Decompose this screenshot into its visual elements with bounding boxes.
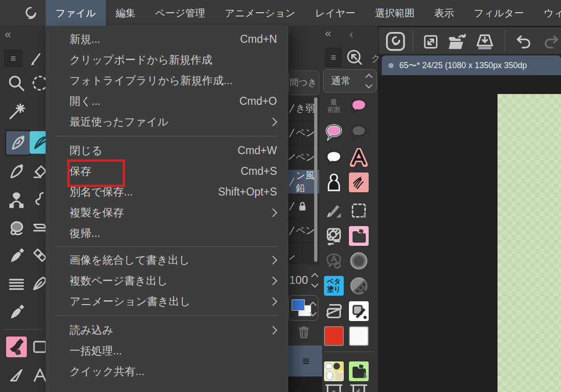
manga-page-thumbnail[interactable] [324,361,344,381]
collapse-panel-icon[interactable]: « [325,27,331,40]
stepper-icon[interactable] [312,274,317,287]
decoration-tool-selected[interactable] [6,337,27,357]
halftone-circle-tool[interactable] [349,276,369,296]
text-a-tool[interactable] [349,148,369,167]
fullscreen-icon[interactable] [422,33,440,51]
saturated-line-tool[interactable] [6,274,27,295]
bring-to-front-label[interactable]: 最 前面 [324,96,344,116]
document-tab[interactable]: 65〜* 24/25 (1080 x 1350px 350dp [382,55,561,75]
balloon-gray-tool[interactable] [349,122,369,141]
clip-studio-launcher-icon[interactable] [385,31,406,52]
object-tool-icon[interactable] [346,48,363,66]
opacity-control[interactable]: 100 [288,269,318,291]
submenu-chevron-icon [269,326,277,334]
menu-item-save[interactable]: 保存Cmd+S [46,161,288,181]
document-tab-bar: 65〜* 24/25 (1080 x 1350px 350dp [379,54,561,75]
menu-window[interactable]: ウィンドウ [534,0,561,26]
figure-silhouette-tool[interactable] [324,172,344,192]
menu-item-import[interactable]: 読み込み [46,320,288,340]
solid-fill-tool[interactable]: ベタ 塗り [324,276,344,296]
open-pink-folder-tool[interactable] [349,226,369,246]
menu-item-new-from-photo-library[interactable]: フォトライブラリから新規作成... [46,70,288,91]
tone-circle-tool[interactable] [349,251,369,271]
undo-icon[interactable] [513,32,533,52]
swatch-stepper-icon[interactable] [310,303,316,315]
main-color-swatch[interactable] [292,299,305,311]
document-title: 65〜* 24/25 (1080 x 1350px 350dp [399,60,527,71]
balloon-pink-tool[interactable] [349,96,369,116]
airbrush-tool[interactable] [6,302,27,323]
pen-tool-selected[interactable] [5,130,31,156]
dropdown-stepper-icon[interactable] [366,75,371,87]
menu-item-save-as[interactable]: 別名で保存...Shift+Opt+S [46,181,288,202]
menu-page-management[interactable]: ページ管理 [145,0,215,26]
vector-edit-tool[interactable] [349,301,369,321]
convert-selection-tool[interactable] [324,226,344,246]
menu-item-export-flattened[interactable]: 画像を統合して書き出し [46,250,288,270]
menu-edit[interactable]: 編集 [106,0,145,26]
red-color-tile[interactable] [324,326,344,346]
panel-menu-icon[interactable]: ≡ [302,354,309,368]
edit-pen-corner-tool[interactable] [324,201,344,220]
palette-menu-tab[interactable]: ≡ [325,47,342,67]
auto-select-tool[interactable] [6,101,27,122]
delete-subtool-button[interactable] [296,322,312,343]
menu-item-new[interactable]: 新規...Cmd+N [46,29,288,49]
subtool-group-tab[interactable]: 間つき [288,71,319,95]
scribble-tone-tool[interactable] [349,172,369,192]
save-icon[interactable] [474,32,495,52]
menu-layer[interactable]: レイヤー [305,0,365,26]
color-set-control[interactable] [288,295,318,321]
menu-item-revert[interactable]: 復帰... [46,223,288,243]
figure-tool[interactable] [6,365,27,385]
selection-corner-tool[interactable] [349,201,369,220]
layer-divide-tool[interactable] [324,301,344,321]
fill-lasso-tool[interactable] [6,218,27,238]
frame-corner-tool[interactable] [349,381,369,392]
menu-item-close[interactable]: 閉じるCmd+W [46,140,288,161]
menu-item-batch-process[interactable]: 一括処理... [46,340,288,361]
submenu-chevron-icon [269,297,277,306]
file-menu-dropdown: 新規...Cmd+N クリップボードから新規作成 フォトライブラリから新規作成.… [46,26,288,392]
subtool-panel: 間つき き弱 ペン ペン ン風鉛 ペン 100 ≡ [288,26,322,392]
white-color-tile[interactable] [349,326,369,346]
open-green-folder-tool[interactable] [349,361,369,381]
canvas-artboard[interactable] [498,94,561,392]
menu-item-export-animation[interactable]: アニメーション書き出し [46,291,288,312]
balloon-white-tool[interactable] [324,148,344,167]
menubar: ファイル 編集 ページ管理 アニメーション レイヤー 選択範囲 表示 フィルター… [0,0,561,26]
menu-item-quick-share[interactable]: クイック共有... [46,361,288,382]
menu-item-new-from-clipboard[interactable]: クリップボードから新規作成 [46,49,288,70]
text-balloon-check-tool-disabled [324,251,344,271]
panel-gap [288,376,322,392]
collapse-panel-icon[interactable]: « [5,28,11,41]
menu-selection[interactable]: 選択範囲 [365,0,424,26]
menu-item-open[interactable]: 開く...Cmd+O [46,91,288,111]
brush-tool[interactable] [6,246,27,267]
tool-panel-menu-icon[interactable]: ≡ [4,49,23,67]
lock-icon [296,200,308,212]
menu-item-export-multiple-pages[interactable]: 複数ページ書き出し [46,270,288,291]
clip-studio-paint-window: ファイル 編集 ページ管理 アニメーション レイヤー 選択範囲 表示 フィルター… [0,0,561,392]
frame-border-tool[interactable] [324,381,344,392]
back-icon[interactable]: ‹ [349,28,353,41]
curve-path-tool[interactable] [6,189,27,210]
menu-filter[interactable]: フィルター [464,0,534,26]
menu-item-recent-files[interactable]: 最近使ったファイル [46,111,288,132]
marker-tool[interactable] [6,161,27,182]
menu-file[interactable]: ファイル [46,0,106,26]
menu-view[interactable]: 表示 [424,0,464,26]
blend-mode-dropdown[interactable]: 通常 [323,69,377,93]
subtool-scrollbar[interactable] [314,97,317,262]
open-file-icon[interactable] [447,32,468,52]
redo-icon[interactable] [542,32,561,52]
menu-animation[interactable]: アニメーション [215,0,305,26]
canvas-toolbar [379,27,561,54]
balloon-pink-outline-tool[interactable] [324,122,344,141]
subtool-detail-panel[interactable]: ≡ [288,345,322,376]
palette-separator [324,352,375,352]
toolbar-divider [505,30,505,52]
menu-item-save-duplicate[interactable]: 複製を保存 [46,202,288,223]
tool-divider [3,329,43,329]
zoom-tool[interactable] [6,73,27,94]
